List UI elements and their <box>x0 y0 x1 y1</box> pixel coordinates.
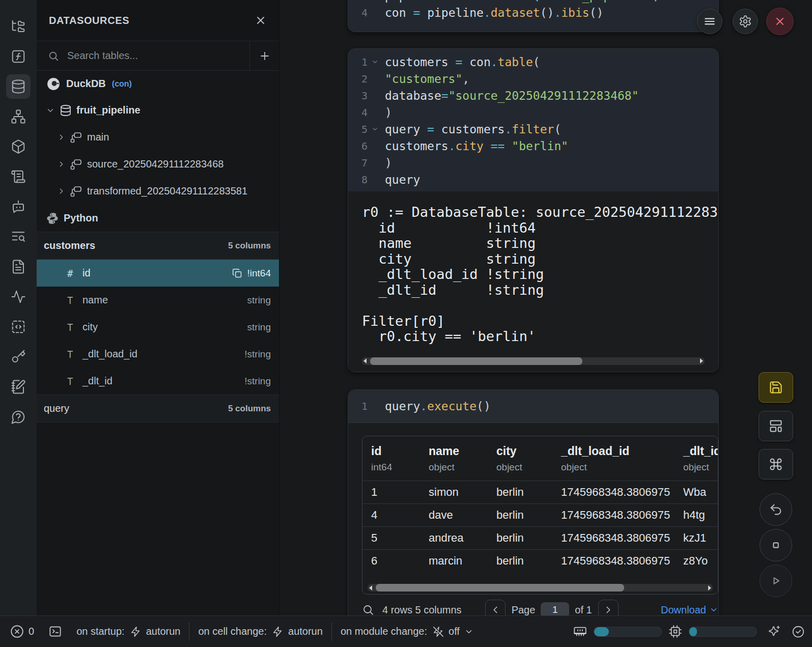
code-editor[interactable]: 1customers = con.table(2 "customers",3 d… <box>348 49 718 191</box>
add-datasource-button[interactable] <box>249 41 279 70</box>
rail-database-icon[interactable] <box>6 74 31 99</box>
code-line-7[interactable]: 7) <box>348 154 718 171</box>
code-line-6[interactable]: 6 customers.city == "berlin" <box>348 137 718 154</box>
sparkles-icon[interactable] <box>768 625 781 638</box>
table-row[interactable]: 5andreaberlin1745968348.3806975kzJ1 <box>362 526 718 549</box>
scroll-left-arrow[interactable] <box>363 358 367 363</box>
fold-chevron-icon[interactable] <box>371 58 379 66</box>
undo-button[interactable] <box>760 493 792 526</box>
column-row-id[interactable]: #id!int64 <box>37 260 279 287</box>
code-cell-execute[interactable]: 1query.execute() idint64nameobjectcityob… <box>348 389 719 629</box>
column-row-_dlt_id[interactable]: T_dlt_id!string <box>37 368 279 395</box>
runtime-setting[interactable]: on module change:off <box>341 626 473 637</box>
tree-item-database[interactable]: fruit_pipeline <box>37 97 279 124</box>
column-dtype: !string <box>244 349 271 360</box>
code-line-4[interactable]: 4con = pipeline.dataset().ibis() <box>348 4 718 21</box>
rail-key-icon[interactable] <box>6 345 31 369</box>
rail-bot-message-icon[interactable] <box>6 194 31 219</box>
rail-activity-icon[interactable] <box>6 285 31 309</box>
runtime-setting[interactable]: on startup:autorun <box>76 626 180 637</box>
scrollbar-thumb[interactable] <box>376 584 624 592</box>
rail-file-text-icon[interactable] <box>6 255 31 279</box>
settings-button[interactable] <box>733 9 758 34</box>
column-dtype: !string <box>244 376 271 387</box>
code-line-3[interactable]: 3 database="source_202504291112283468" <box>348 87 718 104</box>
table-cell: berlin <box>488 554 552 568</box>
run-button[interactable] <box>760 565 792 597</box>
code-line-1[interactable]: 1customers = con.table( <box>348 53 718 70</box>
column-row-city[interactable]: Tcitystring <box>37 314 279 341</box>
line-number: 6 <box>348 140 368 152</box>
chevron-down-icon <box>709 605 718 614</box>
code-line-1[interactable]: 1query.execute() <box>348 398 491 415</box>
close-icon[interactable] <box>255 14 267 26</box>
fold-chevron-icon[interactable] <box>371 125 379 133</box>
table-section-customers[interactable]: customers5 columns <box>37 232 279 260</box>
table-row[interactable]: 1simonberlin1745968348.3806975Wba <box>362 481 718 503</box>
tree-item-schema[interactable]: source_202504291112283468 <box>37 151 279 178</box>
search-box[interactable] <box>37 41 249 70</box>
terminal-button[interactable] <box>48 625 62 638</box>
schema-list: mainsource_202504291112283468transformed… <box>37 124 279 205</box>
code-line-3[interactable]: 3pipeline = dlt.attach("fruit_pipeline") <box>348 0 718 4</box>
table-search-icon[interactable] <box>362 604 374 616</box>
rail-function-square-icon[interactable] <box>6 44 31 69</box>
column-type-icon: T <box>67 376 82 387</box>
schema-name: main <box>87 131 109 143</box>
header-cell-_dlt_id[interactable]: _dlt_idobject <box>675 444 718 473</box>
rail-scroll-text-icon[interactable] <box>6 164 31 189</box>
shutdown-button[interactable] <box>766 8 794 35</box>
connection-row[interactable]: DuckDB (con) <box>37 71 279 97</box>
column-row-_dlt_load_id[interactable]: T_dlt_load_id!string <box>37 341 279 368</box>
header-cell-name[interactable]: nameobject <box>420 444 488 473</box>
rail-notebook-pen-icon[interactable] <box>6 375 31 399</box>
code-line-2[interactable]: 2 "customers", <box>348 70 718 87</box>
copy-icon[interactable] <box>232 268 242 278</box>
error-indicator[interactable]: 0 <box>10 625 34 638</box>
code-cell-setup[interactable]: 3pipeline = dlt.attach("fruit_pipeline")… <box>348 0 719 32</box>
runtime-setting[interactable]: on cell change:autorun <box>198 626 322 637</box>
code-editor[interactable]: 1query.execute() <box>348 390 718 423</box>
stop-button[interactable] <box>760 529 792 561</box>
tree-item-python[interactable]: Python <box>37 205 279 232</box>
header-cell-city[interactable]: cityobject <box>488 444 552 473</box>
rail-folder-tree-icon[interactable] <box>6 14 31 39</box>
scroll-left-arrow[interactable] <box>369 585 372 590</box>
tree-item-schema[interactable]: main <box>37 124 279 151</box>
memory-icon <box>573 625 587 638</box>
code-line-8[interactable]: 8query <box>348 171 718 188</box>
scrollbar-thumb[interactable] <box>370 357 582 365</box>
tables-list: customers5 columns#id!int64TnamestringTc… <box>37 232 279 423</box>
scroll-right-arrow[interactable] <box>700 358 703 363</box>
horizontal-scrollbar[interactable] <box>362 357 705 365</box>
chevron-down-icon <box>464 627 473 636</box>
layout-button[interactable] <box>759 411 793 441</box>
table-row[interactable]: 4daveberlin1745968348.3806975h4tg <box>362 503 718 526</box>
code-cell-query[interactable]: 1customers = con.table(2 "customers",3 d… <box>348 48 719 372</box>
download-link[interactable]: Download <box>661 604 718 616</box>
table-row[interactable]: 6marcinberlin1745968348.3806975z8Yo <box>362 549 718 572</box>
header-cell-id[interactable]: idint64 <box>362 444 420 473</box>
command-palette-button[interactable] <box>759 449 793 480</box>
header-cell-_dlt_load_id[interactable]: _dlt_load_idobject <box>552 444 675 473</box>
table-cell: berlin <box>488 509 552 522</box>
table-cell: kzJ1 <box>675 531 718 545</box>
save-button[interactable] <box>759 372 793 403</box>
check-circle-icon[interactable] <box>792 625 805 638</box>
code-text: con = pipeline.dataset().ibis() <box>385 6 603 19</box>
table-section-query[interactable]: query5 columns <box>37 395 279 423</box>
code-line-5[interactable]: 5query = customers.filter( <box>348 121 718 137</box>
rail-network-icon[interactable] <box>6 104 31 129</box>
rail-list-search-icon[interactable] <box>6 224 31 249</box>
cell-menu-button[interactable] <box>697 9 722 34</box>
rail-help-circle-icon[interactable] <box>6 405 31 429</box>
scroll-right-arrow[interactable] <box>708 585 711 590</box>
horizontal-scrollbar[interactable] <box>368 584 713 592</box>
tree-item-schema[interactable]: transformed_202504291112283581 <box>37 178 279 205</box>
rail-box-icon[interactable] <box>6 134 31 159</box>
database-name: fruit_pipeline <box>76 104 141 116</box>
code-line-4[interactable]: 4) <box>348 104 718 121</box>
search-input[interactable] <box>66 49 231 62</box>
rail-code-square-icon[interactable] <box>6 315 31 339</box>
column-row-name[interactable]: Tnamestring <box>37 287 279 314</box>
